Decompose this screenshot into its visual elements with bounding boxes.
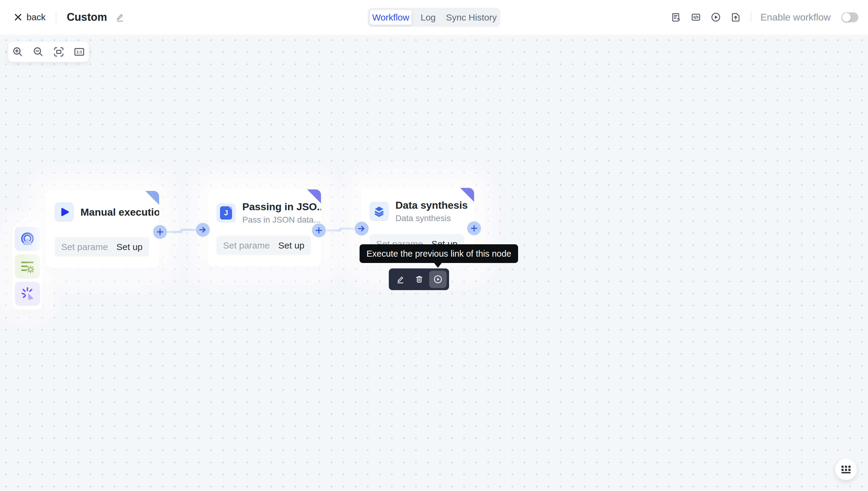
back-button[interactable]: back [14, 12, 45, 22]
tab-workflow[interactable]: Workflow [370, 10, 412, 25]
tooltip-text: Execute the previous link of this node [367, 249, 511, 259]
zoom-out-icon [33, 47, 44, 57]
node-palette [13, 225, 42, 310]
node-passing-json[interactable]: J Passing in JSO... Pass in JSON data...… [208, 190, 321, 266]
export-file-icon [731, 12, 741, 22]
zoom-toolbar: 1:1 [8, 41, 89, 62]
execution-log-button[interactable] [671, 12, 681, 22]
export-workflow-button[interactable] [731, 12, 741, 22]
run-icon [711, 12, 721, 22]
code-icon [691, 12, 701, 22]
arrow-right-icon [199, 226, 207, 234]
setup-link[interactable]: Set up [278, 240, 304, 251]
plus-icon [315, 227, 323, 234]
execute-previous-button[interactable] [429, 270, 447, 288]
tooltip-caret [434, 262, 442, 268]
play-icon [55, 202, 74, 222]
trash-icon [415, 275, 424, 284]
node-subtitle: Pass in JSON data... [242, 215, 321, 225]
workflow-canvas[interactable]: 1:1 [0, 34, 868, 491]
tab-log[interactable]: Log [412, 10, 444, 25]
node-action-toolbar [389, 268, 449, 290]
plus-icon [156, 228, 164, 236]
json-file-icon: J [216, 203, 236, 223]
execute-icon [433, 275, 443, 284]
node-param-row[interactable]: Set parame Set up [55, 237, 149, 257]
zoom-in-button[interactable] [12, 46, 24, 58]
enable-workflow-label: Enable workflow [761, 12, 831, 23]
json-letter: J [224, 209, 228, 217]
workflow-title: Custom [67, 11, 107, 24]
palette-item-trigger[interactable] [15, 227, 40, 251]
trigger-broadcast-icon [20, 231, 35, 247]
tooltip: Execute the previous link of this node [360, 244, 518, 263]
node-param-row[interactable]: Set parame Set up [216, 235, 311, 255]
click-action-icon [20, 286, 35, 301]
edit-icon [396, 275, 405, 284]
node-title: Manual execution [81, 206, 159, 218]
edit-icon [116, 12, 124, 22]
node-manual-execution[interactable]: Manual execution Set parame Set up [46, 191, 159, 268]
add-node-button-1[interactable] [153, 225, 167, 239]
zoom-out-button[interactable] [32, 46, 44, 58]
node-title: Passing in JSO... [242, 201, 321, 213]
divider [56, 12, 56, 22]
setup-link[interactable]: Set up [116, 242, 143, 252]
configure-list-gear-icon [20, 258, 35, 274]
plus-icon [470, 224, 478, 232]
link-arrow-button-1[interactable] [196, 223, 210, 237]
arrow-right-icon [358, 225, 366, 233]
minimap-toggle-button[interactable] [835, 458, 857, 480]
layers-icon [370, 202, 389, 221]
close-icon [14, 13, 22, 21]
rename-workflow-button[interactable] [116, 12, 124, 22]
zoom-in-icon [12, 47, 23, 57]
delete-node-button[interactable] [415, 275, 424, 284]
actual-size-icon: 1:1 [74, 47, 85, 57]
back-label: back [27, 12, 45, 22]
divider [751, 13, 751, 22]
palette-item-action[interactable] [15, 282, 40, 306]
view-tabs: Workflow Log Sync History [368, 8, 500, 27]
palette-item-configure[interactable] [15, 254, 40, 278]
keyboard-grid-icon [841, 464, 851, 474]
actual-size-button[interactable]: 1:1 [73, 46, 85, 58]
add-node-button-3[interactable] [467, 221, 481, 235]
enable-workflow-toggle[interactable] [841, 12, 858, 22]
fit-view-button[interactable] [53, 46, 65, 58]
header: back Custom Workflow Log Sync History [0, 0, 868, 34]
param-label: Set parame [223, 240, 270, 251]
param-label: Set parame [61, 242, 108, 252]
edit-node-button[interactable] [396, 275, 405, 284]
node-subtitle: Data synthesis [396, 213, 468, 223]
code-view-button[interactable] [691, 12, 701, 22]
log-document-icon [671, 12, 681, 22]
add-node-button-2[interactable] [312, 224, 326, 237]
run-workflow-button[interactable] [711, 12, 721, 22]
tab-sync-history[interactable]: Sync History [444, 10, 498, 25]
node-title: Data synthesis [396, 199, 468, 211]
svg-text:1:1: 1:1 [76, 50, 82, 54]
toggle-knob [842, 13, 851, 22]
link-arrow-button-2[interactable] [355, 222, 369, 235]
fit-view-icon [53, 47, 64, 57]
